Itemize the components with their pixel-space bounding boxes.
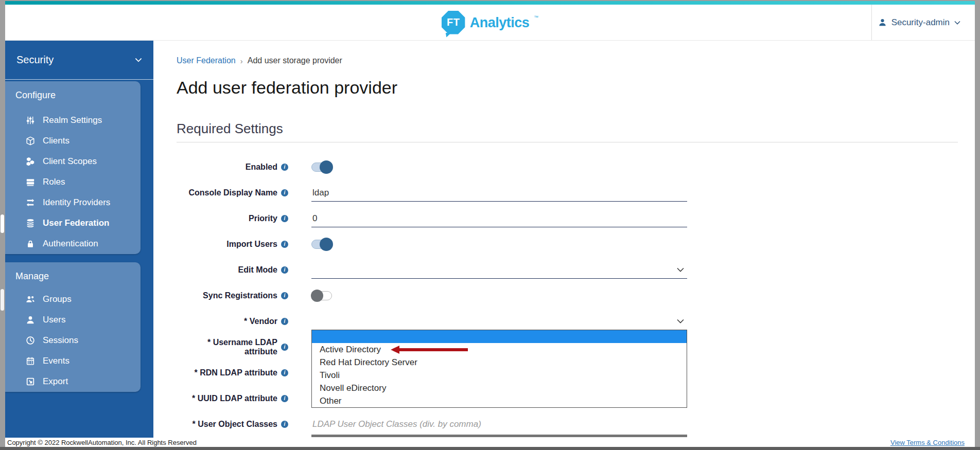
cube-icon xyxy=(25,136,36,146)
field-label: Sync Registrations xyxy=(203,291,277,300)
field-label: Console Display Name xyxy=(189,188,278,197)
edit-mode-select[interactable] xyxy=(311,261,687,279)
vendor-dropdown-listbox: Active Directory Red Hat Directory Serve… xyxy=(311,330,687,408)
header-divider xyxy=(871,5,872,40)
sliders-icon xyxy=(25,116,36,125)
sidebar-item-identity-providers[interactable]: Identity Providers xyxy=(5,192,141,213)
dropdown-option-red-hat-directory-server[interactable]: Red Hat Directory Server xyxy=(312,356,687,369)
console-display-name-input[interactable] xyxy=(311,184,687,202)
sidebar-item-realm-settings[interactable]: Realm Settings xyxy=(5,110,141,131)
brand-accent-bar xyxy=(5,1,975,5)
info-icon[interactable]: i xyxy=(281,292,288,299)
info-icon[interactable]: i xyxy=(281,318,288,325)
field-label: Enabled xyxy=(246,163,277,172)
active-item-indicator xyxy=(1,214,4,233)
top-header: FT Analytics ™ Security-admin xyxy=(5,5,975,41)
sidebar-item-export[interactable]: Export xyxy=(5,371,141,392)
sync-registrations-toggle[interactable] xyxy=(311,291,332,300)
form-row-enabled: Enabledi xyxy=(177,154,687,180)
app-window: FT Analytics ™ Security-admin Security xyxy=(0,0,980,450)
calendar-icon xyxy=(25,356,36,366)
info-icon[interactable]: i xyxy=(281,395,288,402)
window-frame-bottom xyxy=(0,447,980,450)
form-row-edit-mode: Edit Modei xyxy=(177,257,687,283)
dropdown-option-blank[interactable] xyxy=(312,330,687,343)
cubes-icon xyxy=(25,157,36,166)
breadcrumb-separator: › xyxy=(240,57,243,65)
sidebar-item-label: Users xyxy=(43,315,65,325)
exchange-arrows-icon xyxy=(25,198,36,207)
user-object-classes-input[interactable] xyxy=(311,416,687,433)
user-name: Security-admin xyxy=(891,17,950,28)
dropdown-option-tivoli[interactable]: Tivoli xyxy=(312,369,687,382)
chevron-down-icon xyxy=(135,58,142,62)
field-label: * RDN LDAP attribute xyxy=(195,368,278,377)
info-icon[interactable]: i xyxy=(281,215,288,222)
input-underline-scrollbar xyxy=(311,435,687,437)
server-icon xyxy=(25,177,36,187)
sidebar-item-clients[interactable]: Clients xyxy=(5,131,141,151)
sidebar-item-label: User Federation xyxy=(43,218,109,228)
sidebar-item-label: Realm Settings xyxy=(43,115,102,125)
realm-name: Security xyxy=(16,54,135,66)
sidebar-item-label: Export xyxy=(43,376,68,387)
vendor-select[interactable] xyxy=(311,313,687,330)
app-logo[interactable]: FT Analytics ™ xyxy=(442,11,539,34)
info-icon[interactable]: i xyxy=(281,189,288,196)
breadcrumb-current: Add user storage provider xyxy=(248,56,342,65)
user-menu[interactable]: Security-admin xyxy=(878,5,960,40)
sidebar-item-users[interactable]: Users xyxy=(5,310,141,330)
sidebar-item-label: Roles xyxy=(43,177,65,187)
dropdown-option-novell-edirectory[interactable]: Novell eDirectory xyxy=(312,382,687,394)
sidebar-item-label: Groups xyxy=(43,294,72,304)
sidebar-item-label: Sessions xyxy=(43,335,78,346)
field-label: Edit Mode xyxy=(238,265,277,275)
form-row-import-users: Import Usersi xyxy=(177,231,687,257)
terms-conditions-link[interactable]: View Terms & Conditions xyxy=(890,439,965,446)
sidebar-item-authentication[interactable]: Authentication xyxy=(5,233,141,254)
chevron-down-icon xyxy=(677,267,687,272)
logo-octagon-icon: FT xyxy=(442,11,465,34)
dropdown-option-other[interactable]: Other xyxy=(312,394,687,407)
chevron-down-icon xyxy=(954,21,960,25)
info-icon[interactable]: i xyxy=(281,164,288,171)
sidebar-item-roles[interactable]: Roles xyxy=(5,172,141,192)
breadcrumb-link-user-federation[interactable]: User Federation xyxy=(177,56,236,65)
field-label: Import Users xyxy=(226,240,277,249)
info-icon[interactable]: i xyxy=(281,241,288,248)
dropdown-option-active-directory[interactable]: Active Directory xyxy=(312,343,687,356)
users-icon xyxy=(25,295,36,304)
field-label: * Username LDAP attribute xyxy=(177,338,277,357)
sidebar-item-label: Authentication xyxy=(43,239,98,249)
section-title: Required Settings xyxy=(177,121,283,137)
secondary-indicator xyxy=(1,289,4,311)
sidebar-item-groups[interactable]: Groups xyxy=(5,289,141,310)
field-label: * User Object Classes xyxy=(192,420,277,429)
form-row-sync-registrations: Sync Registrationsi xyxy=(177,283,687,309)
priority-input[interactable] xyxy=(311,210,687,227)
info-icon[interactable]: i xyxy=(281,344,288,351)
info-icon[interactable]: i xyxy=(281,421,288,428)
nav-section-manage: Manage Groups Users Sessions xyxy=(5,262,141,392)
trademark-mark: ™ xyxy=(534,15,538,20)
info-icon[interactable]: i xyxy=(281,369,288,376)
export-icon xyxy=(25,377,36,386)
realm-switcher[interactable]: Security xyxy=(5,41,153,80)
enabled-toggle[interactable] xyxy=(311,163,332,172)
copyright-text: Copyright © 2022 RockwellAutomation, Inc… xyxy=(7,439,197,446)
main-content: User Federation › Add user storage provi… xyxy=(153,41,975,438)
person-icon xyxy=(878,18,887,27)
sidebar-item-label: Identity Providers xyxy=(43,197,110,208)
sidebar-item-label: Client Scopes xyxy=(43,156,97,167)
sidebar-item-events[interactable]: Events xyxy=(5,351,141,371)
logo-monogram: FT xyxy=(442,11,465,34)
sidebar-item-client-scopes[interactable]: Client Scopes xyxy=(5,151,141,172)
chevron-down-icon xyxy=(677,319,687,323)
field-label: * UUID LDAP attribute xyxy=(192,394,277,403)
nav-section-title: Manage xyxy=(5,262,141,289)
sidebar-item-user-federation[interactable]: User Federation xyxy=(5,213,141,233)
info-icon[interactable]: i xyxy=(281,266,288,274)
sidebar-item-sessions[interactable]: Sessions xyxy=(5,330,141,351)
brand-name: Analytics xyxy=(470,11,530,34)
import-users-toggle[interactable] xyxy=(311,240,332,249)
